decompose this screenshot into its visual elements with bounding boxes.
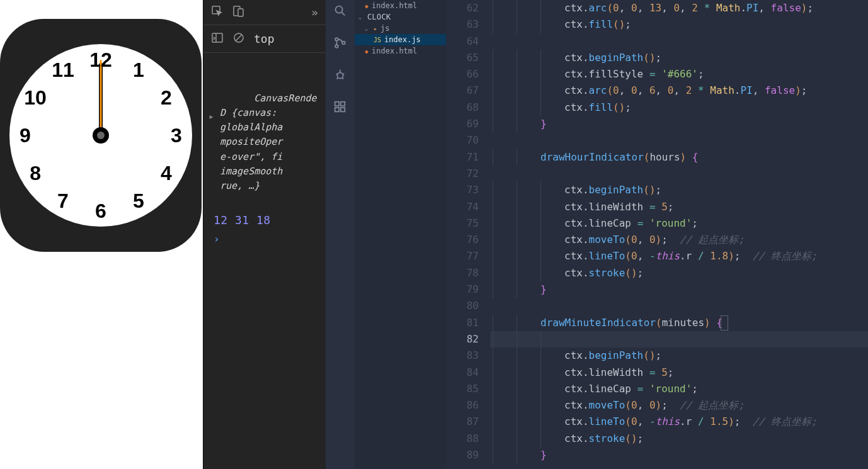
svg-line-17 <box>342 78 344 79</box>
search-icon[interactable] <box>333 4 347 20</box>
devtools-panel: » top ▸ CanvasRende D {canvas: globalAlp… <box>203 0 326 469</box>
console-logged-object[interactable]: ▸ CanvasRende D {canvas: globalAlpha mpo… <box>207 62 322 208</box>
clock-numeral: 9 <box>20 124 31 147</box>
file-index-html-top[interactable]: ◆ index.html <box>355 0 446 11</box>
code-editor[interactable]: 6263646566676869707172737475767778798081… <box>446 0 868 469</box>
svg-point-10 <box>335 45 338 48</box>
debug-icon[interactable] <box>333 68 347 84</box>
activity-bar <box>326 0 355 469</box>
clock-numeral: 10 <box>24 86 47 110</box>
clock-numeral: 7 <box>57 189 69 212</box>
devtools-console-toolbar: top <box>203 25 326 53</box>
execution-context-selector[interactable]: top <box>254 32 275 45</box>
overflow-icon[interactable]: » <box>311 7 318 18</box>
html-file-icon: ◆ <box>365 48 368 55</box>
svg-line-6 <box>236 35 242 41</box>
chevron-down-icon: ⌄ <box>365 25 370 31</box>
clock-numeral: 6 <box>95 200 106 223</box>
clock-numeral: 12 <box>89 48 112 72</box>
chevron-down-icon: ⌄ <box>358 14 364 20</box>
source-control-icon[interactable] <box>333 36 347 52</box>
folder-js[interactable]: ⌄ ▸ js <box>355 23 446 34</box>
svg-line-8 <box>342 13 345 16</box>
svg-rect-21 <box>341 102 345 106</box>
clock-numeral: 4 <box>161 162 172 185</box>
inspect-element-icon[interactable] <box>211 5 224 20</box>
clock-numeral: 11 <box>52 59 74 82</box>
extensions-icon[interactable] <box>333 100 347 116</box>
svg-line-14 <box>336 74 338 74</box>
svg-rect-18 <box>335 102 339 106</box>
clock-widget: 121234567891011 <box>0 19 202 252</box>
clock-numeral: 2 <box>161 86 172 110</box>
clock-numeral: 3 <box>171 124 182 147</box>
console-output[interactable]: ▸ CanvasRende D {canvas: globalAlpha mpo… <box>203 53 326 469</box>
html-file-icon: ◆ <box>365 3 368 9</box>
code-content[interactable]: ctx.arc(0, 0, 13, 0, 2 * Math.PI, false)… <box>490 0 868 469</box>
browser-preview-pane: 121234567891011 <box>0 0 203 469</box>
clock-numeral: 5 <box>133 189 144 212</box>
expand-arrow-icon[interactable]: ▸ <box>208 110 214 124</box>
svg-rect-2 <box>238 9 243 16</box>
folder-icon: ▸ <box>374 25 377 32</box>
js-file-icon: JS <box>374 37 381 43</box>
clear-console-icon[interactable] <box>232 31 245 46</box>
svg-line-16 <box>337 78 339 79</box>
clock-numeral: 1 <box>133 59 144 82</box>
clock-face: 121234567891011 <box>9 44 192 227</box>
svg-point-9 <box>335 38 338 41</box>
device-toolbar-icon[interactable] <box>232 5 245 20</box>
vscode-pane: ◆ index.html ⌄ CLOCK ⌄ ▸ js JS index.js … <box>326 0 868 469</box>
clock-numeral: 8 <box>30 162 41 185</box>
console-prompt[interactable]: › <box>207 227 322 245</box>
file-index-html-bottom[interactable]: ◆ index.html <box>355 45 446 57</box>
devtools-toolbar: » <box>203 0 326 25</box>
explorer-tree[interactable]: ◆ index.html ⌄ CLOCK ⌄ ▸ js JS index.js … <box>355 0 446 469</box>
file-index-js[interactable]: JS index.js <box>355 34 446 45</box>
svg-point-7 <box>336 6 343 13</box>
svg-rect-20 <box>341 108 345 111</box>
folder-clock[interactable]: ⌄ CLOCK <box>355 11 446 23</box>
line-number-gutter: 6263646566676869707172737475767778798081… <box>446 0 490 469</box>
svg-line-15 <box>343 74 345 74</box>
console-logged-values: 12 31 18 <box>207 208 322 227</box>
svg-rect-19 <box>335 108 339 111</box>
console-sidebar-toggle-icon[interactable] <box>211 31 224 46</box>
clock-pin-inner <box>97 132 105 139</box>
